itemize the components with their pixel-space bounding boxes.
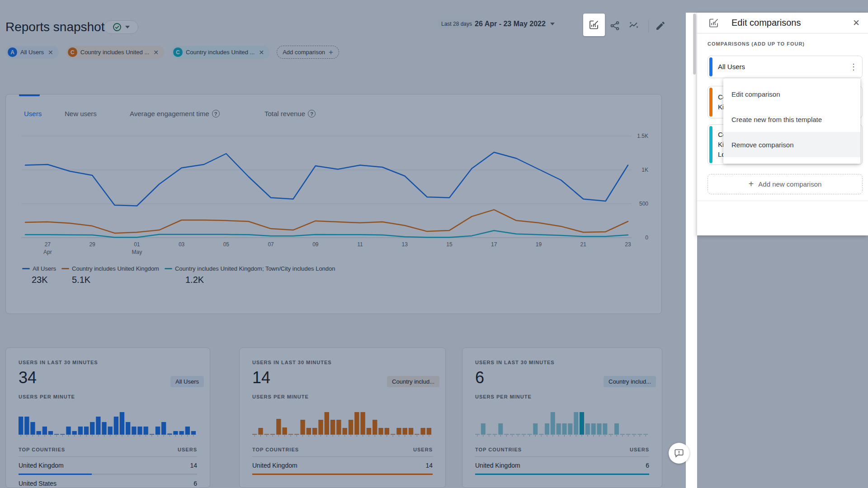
page-scrollbar[interactable] <box>686 13 697 488</box>
feedback-button[interactable] <box>669 443 689 464</box>
panel-header: Edit comparisons ✕ <box>697 13 868 33</box>
menu-item-edit-comparison[interactable]: Edit comparison <box>723 81 860 107</box>
comparison-context-menu: Edit comparisonCreate new from this temp… <box>723 78 860 164</box>
customize-report-icon <box>708 18 719 28</box>
panel-divider <box>697 33 868 33</box>
feedback-bubble-icon <box>674 448 684 458</box>
menu-item-create-new-from-this-template[interactable]: Create new from this template <box>723 107 860 132</box>
comparison-line: All Users <box>718 62 844 72</box>
comparisons-section-label: COMPARISONS (ADD UP TO FOUR) <box>708 41 805 47</box>
comparison-card[interactable]: All Users⋮ <box>708 56 863 78</box>
customize-report-icon <box>589 19 599 30</box>
edit-comparisons-panel: Edit comparisons ✕ COMPARISONS (ADD UP T… <box>697 13 868 235</box>
more-options-icon[interactable]: ⋮ <box>849 63 858 71</box>
comparison-card-text: All Users <box>718 56 844 78</box>
comparison-accent-bar <box>709 57 712 76</box>
customize-report-button[interactable] <box>583 14 605 36</box>
ga-reports-snapshot-page: Reports snapshot AAll Users✕CCountry inc… <box>0 0 868 488</box>
comparison-accent-bar <box>709 88 712 117</box>
comparison-accent-bar <box>709 126 712 163</box>
panel-footer-divider <box>697 201 868 201</box>
close-icon[interactable]: ✕ <box>853 18 860 28</box>
add-new-comparison-button[interactable]: + Add new comparison <box>708 174 863 194</box>
plus-icon: + <box>749 179 754 189</box>
menu-item-remove-comparison[interactable]: Remove comparison <box>723 132 860 157</box>
panel-title: Edit comparisons <box>731 18 853 28</box>
scrollbar-thumb[interactable] <box>693 14 696 75</box>
